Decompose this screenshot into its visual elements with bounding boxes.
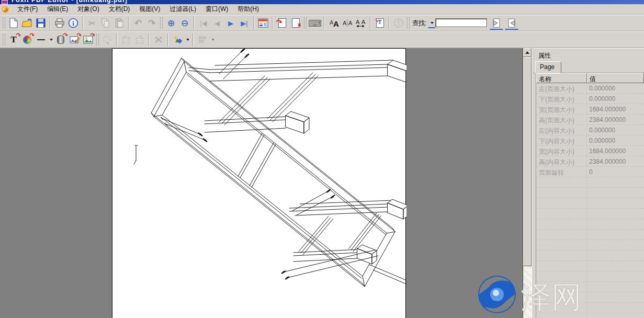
delete-object-button[interactable] [152, 33, 165, 47]
menu-item-1[interactable]: 文件(F) [13, 4, 42, 15]
menu-item-6[interactable]: 过滤器(L) [165, 4, 201, 15]
print-button[interactable] [53, 16, 66, 30]
cut-button[interactable]: ✂ [85, 16, 99, 30]
add-text-button[interactable]: T ↷ [7, 33, 20, 47]
document-canvas[interactable] [0, 48, 523, 318]
menu-item-2[interactable]: 编辑(E) [42, 4, 73, 15]
previous-page-button[interactable]: ◀ [210, 16, 224, 30]
insert-page-button[interactable]: ↷ [275, 16, 289, 30]
open-file-button[interactable] [20, 16, 34, 30]
property-row[interactable]: 页面旋转0 [536, 167, 644, 177]
menu-item-8[interactable]: 帮助(H) [233, 4, 264, 15]
property-row[interactable]: 下(内容大小)0.000000 [536, 135, 644, 146]
undo-button[interactable]: ↶ [131, 16, 145, 30]
property-value[interactable]: 0.000000 [587, 83, 644, 93]
property-row[interactable]: 高(页面大小)2384.000000 [536, 115, 644, 125]
add-shading-button[interactable]: ↷ [54, 33, 67, 47]
object-shapes-button[interactable] [171, 33, 184, 47]
app-icon[interactable] [1, 5, 10, 14]
property-value[interactable]: 0 [587, 167, 644, 177]
save-file-button[interactable] [34, 16, 48, 30]
word-spacing-button[interactable]: A A [354, 16, 368, 30]
last-page-button[interactable]: ▶| [238, 16, 251, 30]
line-style-button[interactable] [34, 33, 48, 47]
menu-item-7[interactable]: 窗口(W) [201, 4, 233, 15]
scroll-up-button[interactable] [523, 48, 532, 57]
line-style-dropdown[interactable] [48, 33, 54, 47]
property-value[interactable]: 1684.000000 [587, 104, 644, 114]
copy-button[interactable] [99, 16, 112, 30]
toolbar-separator [324, 17, 325, 29]
menu-item-3[interactable]: 对象(O) [73, 4, 104, 15]
text-circle-button[interactable]: T [392, 16, 405, 30]
menu-item-4[interactable]: 文档(D) [104, 4, 135, 15]
virtual-keyboard-button[interactable]: ⌨ [308, 16, 322, 30]
find-next-icon [506, 18, 517, 28]
property-row[interactable]: 宽(页面大小)1684.000000 [536, 104, 644, 115]
zoom-out-button[interactable]: ⊖ [178, 16, 191, 30]
select-object-button[interactable] [100, 33, 114, 47]
column-header-name[interactable]: 名称 [536, 73, 587, 83]
page-thumbnails-button[interactable] [256, 16, 270, 30]
svg-text:A: A [333, 19, 339, 28]
toolbar-grip[interactable] [96, 34, 99, 46]
chevron-down-icon [431, 22, 434, 24]
property-value[interactable]: 0.000000 [587, 94, 644, 104]
bring-forward-button[interactable] [119, 33, 133, 47]
toolbar-grip[interactable] [160, 17, 163, 29]
zoom-in-icon: ⊕ [167, 18, 175, 28]
toolbar-grip[interactable] [3, 17, 5, 29]
copy-icon [101, 18, 110, 28]
vertical-scrollbar[interactable] [523, 48, 532, 318]
paste-button[interactable] [112, 16, 126, 30]
add-color-button[interactable]: ↷ [20, 33, 34, 47]
document-page[interactable] [112, 48, 406, 318]
first-page-button[interactable]: |◀ [197, 16, 210, 30]
toolbar-separator [370, 17, 371, 29]
zoom-in-button[interactable]: ⊕ [164, 16, 178, 30]
send-backward-button[interactable] [133, 33, 146, 47]
property-row[interactable]: 高(内容大小)2384.000000 [536, 156, 644, 167]
property-value[interactable]: 2384.000000 [587, 115, 644, 124]
object-align-dropdown[interactable] [209, 33, 216, 47]
property-value[interactable]: 0.000000 [587, 135, 644, 145]
redo-button[interactable]: ↷ [145, 16, 159, 30]
find-dropdown-button[interactable] [428, 18, 435, 28]
property-row[interactable]: 下(页面大小)0.000000 [536, 94, 644, 104]
property-name [536, 188, 587, 198]
property-row-empty [536, 271, 644, 282]
menu-item-5[interactable]: 视图(V) [134, 4, 165, 15]
object-align-button[interactable] [196, 33, 209, 47]
document-info-button[interactable]: i [66, 16, 80, 30]
scrollbar-thumb[interactable] [523, 57, 532, 266]
toolbar-grip[interactable] [407, 17, 410, 29]
toolbar-grip[interactable] [3, 34, 5, 46]
property-name [536, 303, 587, 313]
property-name [536, 240, 587, 250]
find-input[interactable] [435, 18, 488, 28]
app-window-icon [2, 0, 8, 4]
edit-image-button[interactable]: ↷ [67, 33, 81, 47]
property-value[interactable]: 2384.000000 [587, 156, 644, 166]
column-header-value[interactable]: 值 [587, 73, 644, 83]
tab-page[interactable]: Page [535, 61, 561, 73]
property-value [587, 292, 644, 302]
next-page-button[interactable]: ▶ [224, 16, 238, 30]
find-next-button[interactable] [505, 16, 518, 30]
object-shapes-dropdown[interactable] [184, 33, 190, 47]
insert-text-button[interactable]: T ↘ [373, 16, 387, 30]
word-spacing-icon: A A [355, 18, 367, 28]
font-tool-button[interactable]: A A [327, 16, 341, 30]
delete-page-button[interactable]: × [289, 16, 302, 30]
add-image-button[interactable]: ↷ [81, 33, 95, 47]
property-row[interactable]: 左(内容大小)0.000000 [536, 125, 644, 135]
property-value [587, 177, 644, 187]
find-previous-button[interactable] [490, 16, 503, 30]
char-spacing-button[interactable]: A A [341, 16, 354, 30]
property-value[interactable]: 0.000000 [587, 125, 644, 135]
property-value[interactable]: 1684.000000 [587, 146, 644, 156]
property-row[interactable]: 左(页面大小)0.000000 [536, 83, 644, 94]
toolbar-grip[interactable] [304, 17, 307, 29]
property-row[interactable]: 宽(内容大小)1684.000000 [536, 146, 644, 156]
new-document-button[interactable] [7, 16, 20, 30]
